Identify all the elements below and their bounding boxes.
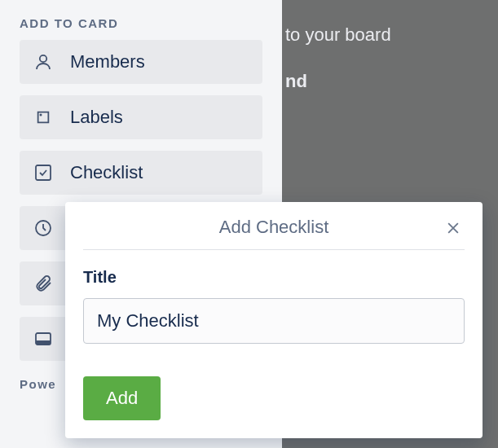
tag-icon [33,107,54,128]
cover-icon [33,328,54,349]
labels-button[interactable]: Labels [20,95,262,139]
checklist-title-input[interactable] [83,298,465,344]
popover-title: Add Checklist [219,217,329,238]
sidebar-item-label: Labels [70,107,123,128]
svg-point-1 [40,114,42,116]
svg-point-0 [40,55,46,62]
clock-icon [33,217,54,239]
close-icon [445,226,461,239]
popover-header: Add Checklist [83,217,465,250]
background-text-1: to your board [285,24,391,46]
title-field-label: Title [83,268,465,287]
svg-rect-5 [36,340,51,345]
add-button[interactable]: Add [83,376,161,420]
sidebar-item-label: Checklist [70,162,143,183]
person-icon [33,51,54,72]
svg-rect-2 [36,165,51,180]
sidebar-section-title: Add to Card [20,16,262,30]
close-button[interactable] [442,217,465,242]
members-button[interactable]: Members [20,40,262,84]
background-text-2: nd [285,71,307,92]
add-checklist-popover: Add Checklist Title Add [65,202,483,438]
sidebar-item-label: Members [70,51,145,72]
checklist-icon [33,162,54,183]
checklist-button[interactable]: Checklist [20,151,262,195]
paperclip-icon [33,273,54,294]
